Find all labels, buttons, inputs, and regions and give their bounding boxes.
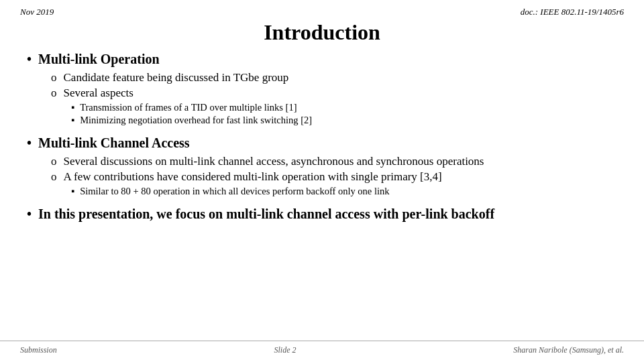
bullet-dot-2: • [27, 135, 32, 151]
bullet-text-3: In this presentation, we focus on multi-… [38, 206, 494, 222]
header-date: Nov 2019 [20, 7, 54, 17]
bullet-item-1: • Multi-link Operation o Candidate featu… [27, 52, 617, 126]
bullet-main-1: • Multi-link Operation [27, 52, 617, 67]
sub-text-1-2: Several aspects [64, 86, 133, 100]
title-section: Introduction [0, 17, 644, 52]
footer-center: Slide 2 [274, 345, 297, 355]
bullet-item-3: • In this presentation, we focus on mult… [27, 206, 617, 222]
footer-right: Sharan Naribole (Samsung), et al. [513, 345, 624, 355]
sub-text-1-1: Candidate feature being discussed in TGb… [64, 71, 289, 84]
sub-sub-list-2: ▪ Similar to 80 + 80 operation in which … [71, 186, 617, 197]
sub-bullet-2-2: o [51, 170, 57, 184]
footer-left: Submission [20, 345, 57, 355]
sub-sub-list-1: ▪ Transmission of frames of a TID over m… [71, 102, 617, 126]
bullet-text-1: Multi-link Operation [38, 52, 160, 67]
header-doc: doc.: IEEE 802.11-19/1405r6 [521, 7, 624, 17]
slide: Nov 2019 doc.: IEEE 802.11-19/1405r6 Int… [0, 0, 644, 362]
sub-sub-text-1-1: Transmission of frames of a TID over mul… [80, 102, 297, 113]
sub-text-2-2: A few contributions have considered mult… [64, 170, 442, 184]
bullet-main-3: • In this presentation, we focus on mult… [27, 206, 617, 222]
sub-bullet-2-1: o [51, 155, 57, 168]
bullet-main-2: • Multi-link Channel Access [27, 135, 617, 151]
sub-item-1-1: o Candidate feature being discussed in T… [51, 71, 617, 84]
slide-header: Nov 2019 doc.: IEEE 802.11-19/1405r6 [0, 0, 644, 17]
bullet-dot-1: • [27, 52, 32, 67]
sub-sub-text-2-1: Similar to 80 + 80 operation in which al… [80, 186, 389, 197]
sub-item-2-2: o A few contributions have considered mu… [51, 170, 617, 184]
sub-sub-text-1-2: Minimizing negotiation overhead for fast… [80, 115, 312, 126]
sub-bullet-1-1: o [51, 71, 57, 84]
sub-sub-bullet-1-1: ▪ [71, 102, 74, 113]
bullet-text-2: Multi-link Channel Access [38, 135, 190, 151]
sub-bullet-1-2: o [51, 86, 57, 100]
slide-footer: Submission Slide 2 Sharan Naribole (Sams… [0, 341, 644, 355]
sub-sub-item-2-1: ▪ Similar to 80 + 80 operation in which … [71, 186, 617, 197]
sub-list-1: o Candidate feature being discussed in T… [51, 71, 617, 126]
slide-content: • Multi-link Operation o Candidate featu… [0, 52, 644, 222]
bullet-item-2: • Multi-link Channel Access o Several di… [27, 135, 617, 197]
sub-sub-item-1-2: ▪ Minimizing negotiation overhead for fa… [71, 115, 617, 126]
sub-sub-bullet-1-2: ▪ [71, 115, 74, 126]
slide-title: Introduction [264, 20, 380, 44]
sub-sub-bullet-2-1: ▪ [71, 186, 74, 197]
sub-sub-item-1-1: ▪ Transmission of frames of a TID over m… [71, 102, 617, 113]
sub-list-2: o Several discussions on multi-link chan… [51, 155, 617, 197]
bullet-dot-3: • [27, 206, 32, 222]
sub-text-2-1: Several discussions on multi-link channe… [64, 155, 484, 168]
sub-item-2-1: o Several discussions on multi-link chan… [51, 155, 617, 168]
sub-item-1-2: o Several aspects [51, 86, 617, 100]
